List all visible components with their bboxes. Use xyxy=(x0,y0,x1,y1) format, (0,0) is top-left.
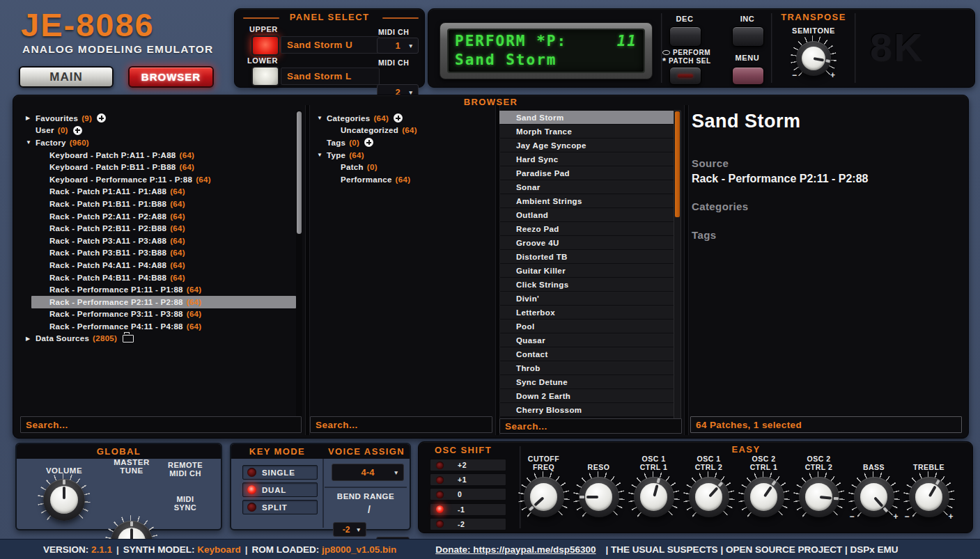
sources-scrollbar-track[interactable] xyxy=(296,110,302,433)
patch-list-item[interactable]: Divin' xyxy=(499,292,674,305)
osc-shift-option[interactable]: 0 xyxy=(430,488,506,501)
knob[interactable] xyxy=(634,477,674,517)
tree-item[interactable]: Rack - Patch P1:A11 - P1:A88(64) xyxy=(20,186,296,198)
tree-expander-icon[interactable]: ▶ xyxy=(26,115,36,121)
tree-expander-icon[interactable]: ▼ xyxy=(26,139,36,145)
key-mode-option[interactable]: DUAL xyxy=(242,482,318,497)
knob[interactable] xyxy=(744,477,784,517)
tree-item[interactable]: ▼Type(64) xyxy=(311,149,494,162)
browser-section: BROWSER ▶Favourites(9) User(0) ▼Factory(… xyxy=(13,95,969,439)
patch-list-item[interactable]: Reezo Pad xyxy=(499,222,674,235)
patch-scrollbar-track[interactable] xyxy=(674,110,681,433)
sources-search-input[interactable] xyxy=(20,416,302,433)
menu-button[interactable] xyxy=(732,67,764,85)
patch-list-item[interactable]: Sand Storm xyxy=(499,111,674,124)
dec-button[interactable] xyxy=(669,26,701,47)
minus-mark: − xyxy=(850,512,855,521)
tree-item[interactable]: Performance(64) xyxy=(311,173,494,186)
patch-list-item[interactable]: Letterbox xyxy=(499,306,674,319)
key-mode-option[interactable]: SPLIT xyxy=(242,500,318,514)
tree-expander-icon[interactable]: ▼ xyxy=(317,115,327,121)
upper-panel-button[interactable] xyxy=(251,36,279,56)
tree-item[interactable]: Uncategorized(64) xyxy=(311,125,494,137)
knob[interactable] xyxy=(579,477,619,517)
main-tab-button[interactable]: MAIN xyxy=(19,66,114,88)
tree-item[interactable]: Rack - Patch P1:B11 - P1:B88(64) xyxy=(20,198,296,210)
knob[interactable]: − + xyxy=(854,477,894,517)
patch-list-item[interactable]: Pool xyxy=(499,320,674,333)
browser-tab-button[interactable]: BROWSER xyxy=(128,66,214,88)
semitone-knob[interactable]: − + xyxy=(796,41,831,76)
tree-item[interactable]: Rack - Patch P3:A11 - P3:A88(64) xyxy=(20,235,296,247)
voice-assign-select[interactable]: 4-4 ▼ xyxy=(332,464,404,481)
tree-item[interactable]: Patch(0) xyxy=(311,161,494,173)
tree-item[interactable]: Rack - Patch P4:B11 - P4:B88(64) xyxy=(20,271,296,284)
patch-list-item[interactable]: Distorted TB xyxy=(499,250,674,263)
knob[interactable] xyxy=(799,477,839,517)
patch-list-item[interactable]: Down 2 Earth xyxy=(499,389,674,402)
tree-item[interactable]: Keyboard - Patch P:A11 - P:A88(64) xyxy=(20,149,296,162)
add-icon[interactable] xyxy=(97,113,106,123)
osc-shift-option[interactable]: -2 xyxy=(430,518,506,530)
patch-list-item[interactable]: Cherry Blossom xyxy=(499,403,674,416)
tree-item[interactable]: Keyboard - Patch P:B11 - P:B88(64) xyxy=(20,161,296,173)
perform-patch-sel-button[interactable] xyxy=(669,67,701,85)
inc-button[interactable] xyxy=(732,26,764,47)
add-icon[interactable] xyxy=(73,126,82,135)
tree-item[interactable]: Rack - Performance P3:11 - P3:88(64) xyxy=(20,308,296,321)
bend-range-down-select[interactable]: -2 ▼ xyxy=(333,522,366,537)
sources-scrollbar-thumb[interactable] xyxy=(297,111,302,234)
knob[interactable] xyxy=(689,477,729,517)
donate-link[interactable]: Donate: https://paypal.me/dsp56300 xyxy=(435,544,596,555)
add-icon[interactable] xyxy=(364,138,373,147)
patch-list-item[interactable]: Contact xyxy=(499,347,674,361)
tree-item[interactable]: Rack - Patch P3:B11 - P3:B88(64) xyxy=(20,247,296,260)
patch-list-item[interactable]: Throb xyxy=(499,361,674,375)
patch-list-item[interactable]: Sonar xyxy=(499,180,674,194)
patch-list-item[interactable]: Quasar xyxy=(499,333,674,347)
tree-item[interactable]: ▶Favourites(9) xyxy=(20,112,296,125)
tree-item[interactable]: Rack - Performance P1:11 - P1:88(64) xyxy=(20,283,296,296)
lower-patch-field[interactable]: Sand Storm L xyxy=(281,68,380,85)
knob[interactable]: − + xyxy=(909,477,949,517)
volume-knob[interactable] xyxy=(43,479,85,521)
tree-item[interactable]: Rack - Patch P2:B11 - P2:B88(64) xyxy=(20,222,296,235)
osc-shift-option[interactable]: +1 xyxy=(430,473,506,486)
upper-patch-field[interactable]: Sand Storm U xyxy=(281,36,380,54)
tree-item[interactable]: Tags(0) xyxy=(311,136,494,149)
osc-shift-option[interactable]: -1 xyxy=(430,503,506,516)
osc-shift-option[interactable]: +2 xyxy=(430,459,506,471)
add-icon[interactable] xyxy=(394,113,403,123)
tree-item[interactable]: Rack - Patch P4:A11 - P4:A88(64) xyxy=(20,259,296,271)
patch-scrollbar-thumb[interactable] xyxy=(675,111,680,217)
folder-icon[interactable] xyxy=(123,335,134,343)
patch-list-item[interactable]: Sync Detune xyxy=(499,375,674,388)
tree-item[interactable]: ▼Categories(64) xyxy=(311,112,494,125)
patch-list-item[interactable]: Guitar Killer xyxy=(499,264,674,277)
patch-list-item[interactable]: Hard Sync xyxy=(499,152,674,166)
patch-list-item[interactable]: Paradise Pad xyxy=(499,166,674,180)
patch-list-item[interactable]: Ambient Strings xyxy=(499,194,674,207)
tree-expander-icon[interactable]: ▶ xyxy=(26,336,36,342)
tree-expander-icon[interactable]: ▼ xyxy=(317,152,327,158)
upper-midi-ch-select[interactable]: 1 ▼ xyxy=(377,38,419,54)
semitone-label: SEMITONE xyxy=(772,26,855,35)
patch-count-status: 64 Patches, 1 selected xyxy=(690,416,962,433)
tree-item[interactable]: Keyboard - Performance P:11 - P:88(64) xyxy=(20,173,296,186)
lower-panel-button[interactable] xyxy=(251,66,279,86)
patch-search-input[interactable] xyxy=(499,418,682,434)
patch-list-item[interactable]: Click Strings xyxy=(499,278,674,291)
tree-item[interactable]: ▼Factory(960) xyxy=(20,136,296,149)
tree-item[interactable]: User(0) xyxy=(20,125,296,137)
filters-search-input[interactable] xyxy=(310,416,492,433)
tree-item[interactable]: Rack - Patch P2:A11 - P2:A88(64) xyxy=(20,210,296,223)
patch-list-item[interactable]: Outland xyxy=(499,208,674,221)
patch-list-item[interactable]: Morph Trance xyxy=(499,125,674,138)
knob[interactable] xyxy=(524,477,564,517)
patch-list-item[interactable]: Jay Age Syncope xyxy=(499,139,674,152)
key-mode-option[interactable]: SINGLE xyxy=(242,465,318,480)
tree-item[interactable]: ▶Data Sources(2805) xyxy=(20,333,296,345)
tree-item[interactable]: Rack - Performance P4:11 - P4:88(64) xyxy=(20,320,296,333)
patch-list-item[interactable]: Groove 4U xyxy=(499,236,674,249)
tree-item[interactable]: Rack - Performance P2:11 - P2:88(64) xyxy=(31,296,296,308)
